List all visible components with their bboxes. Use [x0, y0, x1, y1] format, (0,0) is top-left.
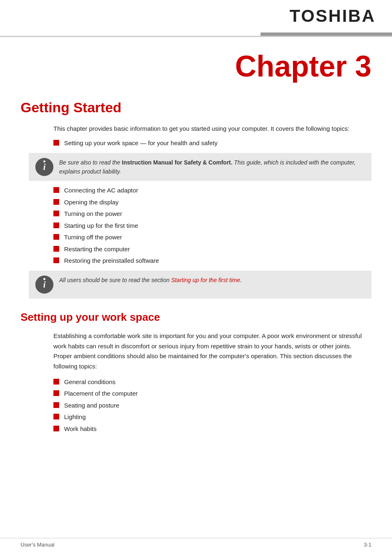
- info-icon-dot: [44, 160, 46, 162]
- list-item: Setting up your work space — for your he…: [53, 139, 371, 148]
- intro-paragraph: This chapter provides basic information …: [53, 124, 371, 134]
- bullet-text: Work habits: [64, 424, 97, 434]
- info-text-italic-prefix: Be sure also to read the: [59, 159, 120, 166]
- bullet-text: Starting up for the first time: [64, 221, 138, 231]
- list-item: Restoring the preinstalled software: [53, 256, 371, 266]
- bullet-list-1: Setting up your work space — for your he…: [53, 139, 371, 148]
- page-header: TOSHIBA: [0, 0, 392, 37]
- bullet-text: Restoring the preinstalled software: [64, 256, 159, 266]
- list-item: Seating and posture: [53, 401, 371, 410]
- bullet-text: Lighting: [64, 412, 86, 422]
- list-item: Opening the display: [53, 198, 371, 207]
- chapter-area: Chapter 3: [0, 37, 392, 91]
- list-item: Restarting the computer: [53, 245, 371, 254]
- info-icon-letter: i: [43, 279, 46, 290]
- work-space-body: Establishing a comfortable work site is …: [53, 331, 371, 372]
- bullet-icon: [53, 402, 59, 408]
- bullet-icon: [53, 199, 59, 205]
- bullet-icon: [53, 257, 59, 263]
- info-box-2-text: All users should be sure to read the sec…: [59, 276, 242, 285]
- work-space-heading: Setting up your work space: [21, 311, 371, 324]
- list-item: Work habits: [53, 424, 371, 434]
- bullet-icon: [53, 414, 59, 419]
- chapter-title: Chapter 3: [21, 49, 371, 83]
- bullet-text: Seating and posture: [64, 401, 119, 410]
- footer-right: 3-1: [364, 542, 371, 548]
- bullet-icon: [53, 211, 59, 216]
- list-item: Turning on the power: [53, 209, 371, 219]
- bullet-icon: [53, 379, 59, 385]
- bullet-icon: [53, 390, 59, 396]
- info-icon-letter: i: [43, 162, 46, 172]
- info-box-1: i Be sure also to read the Instruction M…: [29, 153, 371, 181]
- list-item: Placement of the computer: [53, 389, 371, 398]
- list-item: General conditions: [53, 378, 371, 387]
- list-item: Turning off the power: [53, 233, 371, 242]
- list-item: Lighting: [53, 412, 371, 422]
- info-icon-dot: [44, 278, 46, 280]
- bullet-icon: [53, 187, 59, 193]
- info-text-suffix: .: [240, 277, 242, 283]
- getting-started-heading: Getting Started: [21, 100, 371, 116]
- bullet-text: Setting up your work space — for your he…: [64, 139, 218, 148]
- info-box-1-text: Be sure also to read the Instruction Man…: [59, 158, 365, 176]
- page-footer: User's Manual 3-1: [0, 538, 392, 548]
- bullet-list-2: Connecting the AC adaptor Opening the di…: [53, 186, 371, 266]
- bullet-icon: [53, 234, 59, 240]
- info-box-2: i All users should be sure to read the s…: [29, 271, 371, 299]
- bullet-text: Restarting the computer: [64, 245, 130, 254]
- bullet-text: Opening the display: [64, 198, 119, 207]
- bullet-icon: [53, 222, 59, 228]
- footer-left: User's Manual: [21, 542, 55, 548]
- main-content: Getting Started This chapter provides ba…: [0, 91, 392, 454]
- info-text-normal: Instruction Manual for Safety & Comfort.: [122, 159, 233, 166]
- list-item: Starting up for the first time: [53, 221, 371, 231]
- starting-up-link[interactable]: Starting up for the first time: [171, 277, 240, 283]
- bullet-text: Turning off the power: [64, 233, 122, 242]
- brand-logo: TOSHIBA: [290, 6, 376, 26]
- bullet-list-3: General conditions Placement of the comp…: [53, 378, 371, 434]
- header-accent-bar: [261, 32, 392, 36]
- bullet-icon: [53, 426, 59, 431]
- bullet-icon: [53, 246, 59, 252]
- bullet-text: Placement of the computer: [64, 389, 138, 398]
- list-item: Connecting the AC adaptor: [53, 186, 371, 195]
- info-text-prefix: All users should be sure to read the sec…: [59, 277, 170, 283]
- bullet-text: Connecting the AC adaptor: [64, 186, 138, 195]
- info-icon-1: i: [35, 158, 53, 176]
- bullet-text: Turning on the power: [64, 209, 122, 219]
- info-icon-2: i: [35, 276, 53, 294]
- bullet-text: General conditions: [64, 378, 115, 387]
- bullet-icon: [53, 140, 59, 146]
